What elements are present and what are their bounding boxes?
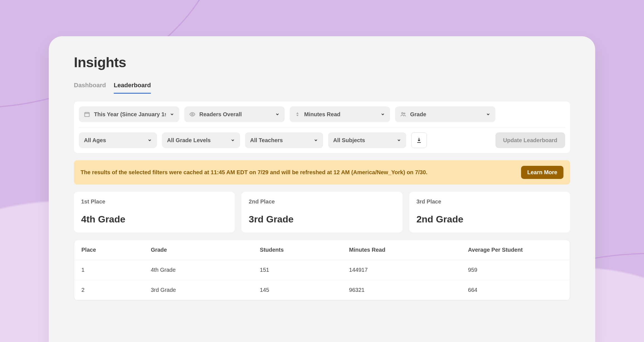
tabs: Dashboard Leaderboard — [74, 82, 570, 94]
cell-avg: 959 — [461, 260, 570, 280]
cell-place: 1 — [74, 260, 144, 280]
people-icon — [400, 111, 406, 117]
col-header-place: Place — [74, 240, 144, 260]
cell-minutes: 144917 — [342, 260, 461, 280]
chevron-down-icon — [170, 112, 174, 117]
learn-more-label: Learn More — [527, 169, 557, 175]
calendar-icon — [84, 111, 90, 117]
leaderboard-table: Place Grade Students Minutes Read Averag… — [74, 240, 570, 300]
col-header-students: Students — [253, 240, 342, 260]
cell-place: 2 — [74, 280, 144, 300]
filter-readers-label: Readers Overall — [199, 111, 271, 118]
filter-metric-label: Minutes Read — [304, 111, 377, 118]
podium: 1st Place 4th Grade 2nd Place 3rd Grade … — [74, 192, 570, 232]
cell-students: 145 — [253, 280, 342, 300]
col-header-avg: Average Per Student — [461, 240, 570, 260]
filter-teachers-label: All Teachers — [250, 137, 310, 144]
tab-dashboard[interactable]: Dashboard — [74, 82, 106, 94]
filter-readers[interactable]: Readers Overall — [184, 106, 285, 122]
chevron-down-icon — [314, 138, 318, 142]
svg-point-1 — [192, 113, 193, 115]
chevron-down-icon — [381, 112, 385, 117]
insights-panel: Insights Dashboard Leaderboard This Year… — [49, 36, 595, 342]
page-title: Insights — [74, 54, 570, 71]
svg-point-3 — [404, 113, 405, 114]
update-leaderboard-label: Update Leaderboard — [503, 137, 557, 144]
filter-period[interactable]: This Year (Since January 1st — [79, 106, 179, 122]
update-leaderboard-button[interactable]: Update Leaderboard — [495, 132, 565, 148]
download-icon — [416, 137, 422, 143]
cache-banner: The results of the selected filters were… — [74, 160, 570, 185]
podium-place-label: 3rd Place — [417, 198, 563, 205]
filter-teachers[interactable]: All Teachers — [245, 132, 323, 148]
chevron-down-icon — [486, 112, 490, 117]
podium-card-3: 3rd Place 2nd Grade — [409, 192, 570, 232]
learn-more-button[interactable]: Learn More — [521, 166, 563, 179]
filter-row-secondary: All Ages All Grade Levels All Teachers A… — [79, 127, 565, 148]
sort-icon — [295, 111, 300, 117]
table-row: 1 4th Grade 151 144917 959 — [74, 260, 570, 280]
download-button[interactable] — [411, 132, 427, 148]
filter-grades[interactable]: All Grade Levels — [162, 132, 240, 148]
cell-grade: 4th Grade — [144, 260, 253, 280]
filter-ages-label: All Ages — [84, 137, 144, 144]
cell-minutes: 96321 — [342, 280, 461, 300]
filter-subjects-label: All Subjects — [333, 137, 393, 144]
podium-card-2: 2nd Place 3rd Grade — [241, 192, 402, 232]
col-header-minutes: Minutes Read — [342, 240, 461, 260]
filter-subjects[interactable]: All Subjects — [328, 132, 406, 148]
filter-period-label: This Year (Since January 1st — [94, 111, 166, 118]
cache-banner-text: The results of the selected filters were… — [81, 169, 515, 176]
podium-card-1: 1st Place 4th Grade — [74, 192, 235, 232]
chevron-down-icon — [231, 138, 235, 142]
podium-place-label: 2nd Place — [249, 198, 395, 205]
svg-rect-0 — [85, 113, 89, 117]
table-row: 2 3rd Grade 145 96321 664 — [74, 280, 570, 300]
filter-ages[interactable]: All Ages — [79, 132, 157, 148]
cell-grade: 3rd Grade — [144, 280, 253, 300]
filter-row-primary: This Year (Since January 1st Readers Ove… — [79, 106, 565, 122]
podium-place-label: 1st Place — [81, 198, 227, 205]
eye-icon — [189, 111, 195, 117]
tab-leaderboard[interactable]: Leaderboard — [114, 82, 151, 94]
table-header-row: Place Grade Students Minutes Read Averag… — [74, 240, 570, 260]
cell-students: 151 — [253, 260, 342, 280]
podium-value: 3rd Grade — [249, 214, 395, 225]
podium-value: 4th Grade — [81, 214, 227, 225]
chevron-down-icon — [275, 112, 280, 117]
col-header-grade: Grade — [144, 240, 253, 260]
cell-avg: 664 — [461, 280, 570, 300]
chevron-down-icon — [147, 138, 152, 142]
filter-card: This Year (Since January 1st Readers Ove… — [74, 101, 570, 153]
filter-groupby-label: Grade — [410, 111, 482, 118]
filter-metric[interactable]: Minutes Read — [290, 106, 390, 122]
filter-grades-label: All Grade Levels — [167, 137, 227, 144]
podium-value: 2nd Grade — [417, 214, 563, 225]
chevron-down-icon — [397, 138, 401, 142]
filter-groupby[interactable]: Grade — [395, 106, 495, 122]
svg-point-2 — [402, 113, 403, 114]
